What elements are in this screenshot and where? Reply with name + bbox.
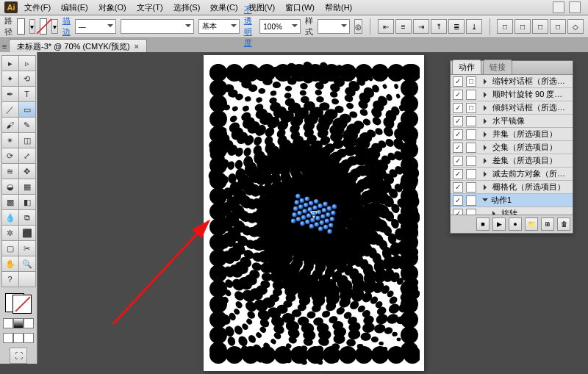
action-toggle-enabled[interactable] (453, 195, 463, 206)
tool-free-transform[interactable]: ✥ (19, 164, 36, 179)
menu-effect[interactable]: 效果(C) (207, 1, 241, 15)
action-row[interactable]: 动作1 (451, 194, 573, 207)
action-toggle-enabled[interactable] (453, 182, 463, 193)
tool-shape-builder[interactable]: ◒ (1, 179, 19, 195)
disclosure-right-icon[interactable] (484, 145, 490, 151)
stroke-dropdown[interactable]: ▾ (51, 19, 57, 34)
tool-line[interactable]: ／ (1, 102, 19, 118)
action-row[interactable]: 减去前方对象（所选… (451, 168, 573, 181)
recolor-art-icon[interactable]: ◎ (354, 19, 362, 34)
fill-dropdown[interactable]: ▾ (29, 19, 35, 34)
screen-mode-button[interactable]: ⛶ (10, 348, 27, 364)
opacity-select[interactable]: 100% (259, 19, 301, 34)
tool-scale[interactable]: ⤢ (19, 148, 36, 164)
menu-window[interactable]: 窗口(W) (282, 1, 318, 15)
action-toggle-dialog[interactable] (466, 169, 476, 179)
action-toggle-enabled[interactable] (453, 129, 463, 140)
tool-rotate[interactable]: ⟳ (1, 148, 19, 164)
tab-actions[interactable]: 动作 (452, 60, 481, 74)
tool-slice[interactable]: ✂ (19, 241, 36, 256)
tool-perspective[interactable]: ▦ (19, 179, 36, 195)
action-row[interactable]: 差集（所选项目） (451, 154, 573, 168)
transform-h-icon[interactable]: □ (550, 19, 566, 34)
align-vcenter-icon[interactable]: ≣ (448, 19, 465, 34)
action-toggle-dialog[interactable]: □ (466, 76, 476, 87)
menu-object[interactable]: 对象(O) (95, 1, 130, 15)
action-toggle-dialog[interactable]: □ (466, 103, 476, 113)
tab-links[interactable]: 链接 (483, 60, 512, 74)
color-mode-none-icon[interactable] (24, 318, 34, 328)
layout-dropdown-icon[interactable] (569, 1, 581, 13)
tool-column-graph[interactable]: ⬛ (19, 226, 36, 241)
menu-file[interactable]: 文件(F) (21, 1, 54, 15)
tool-selection[interactable]: ▸ (1, 55, 19, 71)
action-toggle-enabled[interactable] (453, 156, 463, 166)
tool-direct-selection[interactable]: ▹ (19, 55, 36, 71)
disclosure-right-icon[interactable] (484, 118, 490, 124)
color-mode-solid-icon[interactable] (3, 318, 13, 328)
disclosure-right-icon[interactable] (484, 92, 490, 98)
document-tab[interactable]: 未标题-3* @ 70% (CMYK/预览) × (9, 39, 147, 53)
tool-mesh[interactable]: ▩ (1, 195, 19, 210)
disclosure-right-icon[interactable] (484, 132, 490, 137)
new-action-icon[interactable]: 🗎 (541, 217, 554, 231)
fill-stroke-control[interactable] (4, 292, 33, 315)
tool-pen[interactable]: ✒ (1, 87, 19, 102)
action-toggle-dialog[interactable] (466, 129, 476, 140)
artboard[interactable] (204, 55, 424, 371)
stroke-link[interactable]: 描边 (62, 15, 71, 37)
align-top-icon[interactable]: ⤒ (431, 19, 447, 34)
action-toggle-dialog[interactable] (466, 116, 476, 126)
action-row[interactable]: 栅格化（所选项目） (451, 181, 573, 194)
tool-eyedropper[interactable]: 💧 (1, 210, 19, 226)
tab-prev-icon[interactable]: ≡ (0, 40, 9, 53)
align-left-icon[interactable]: ⇤ (378, 19, 394, 34)
align-right-icon[interactable]: ⇥ (413, 19, 429, 34)
tool-lasso[interactable]: ⟲ (19, 71, 36, 87)
tool-width[interactable]: ≋ (1, 164, 19, 179)
action-toggle-dialog[interactable] (466, 90, 476, 100)
tool-eraser[interactable]: ◫ (19, 133, 36, 148)
menu-select[interactable]: 选择(S) (170, 1, 204, 15)
disclosure-right-icon[interactable] (484, 105, 490, 111)
action-toggle-enabled[interactable] (453, 116, 463, 126)
tool-symbol-sprayer[interactable]: ✲ (1, 226, 19, 241)
action-toggle-dialog[interactable] (466, 209, 476, 215)
isolate-icon[interactable]: ◇ (567, 19, 584, 34)
disclosure-right-icon[interactable] (484, 184, 490, 190)
play-action-icon[interactable]: ▶ (492, 217, 506, 231)
close-tab-icon[interactable]: × (135, 42, 139, 51)
brush-def-select[interactable] (121, 19, 194, 34)
action-toggle-dialog[interactable] (466, 182, 476, 193)
menu-help[interactable]: 帮助(H) (321, 1, 356, 15)
stop-action-icon[interactable]: ■ (476, 217, 490, 231)
action-row[interactable]: 顺时针旋转 90 度… (451, 88, 573, 101)
align-hcenter-icon[interactable]: ≡ (395, 19, 412, 34)
stroke-box[interactable] (12, 295, 32, 314)
disclosure-right-icon[interactable] (484, 171, 490, 177)
tool-blob-brush[interactable]: ✴ (1, 133, 19, 148)
menu-edit[interactable]: 编辑(E) (57, 1, 92, 15)
tool-hand[interactable]: ✋ (1, 256, 19, 272)
action-row[interactable]: □倾斜对话框（所选项… (451, 101, 573, 115)
action-row[interactable]: 水平镜像 (451, 115, 573, 128)
action-row[interactable]: 并集（所选项目） (451, 128, 573, 141)
tool-magic-wand[interactable]: ✦ (1, 71, 19, 87)
color-mode-gradient-icon[interactable] (13, 318, 24, 328)
transform-y-icon[interactable]: □ (514, 19, 531, 34)
draw-normal-icon[interactable] (3, 333, 13, 343)
tool-pencil[interactable]: ✎ (19, 118, 36, 133)
layout-essentials-icon[interactable] (553, 1, 564, 13)
tool-rectangle[interactable]: ▭ (19, 102, 36, 118)
action-toggle-dialog[interactable] (466, 143, 476, 153)
opacity-link[interactable]: 不透明度 (244, 4, 256, 48)
record-action-icon[interactable]: ● (509, 217, 522, 231)
action-toggle-enabled[interactable] (453, 143, 463, 153)
action-toggle-dialog[interactable] (466, 195, 476, 206)
color-mode-picker[interactable] (3, 318, 34, 328)
tool-paintbrush[interactable]: 🖌 (1, 118, 19, 133)
delete-action-icon[interactable]: 🗑 (557, 217, 570, 231)
menu-type[interactable]: 文字(T) (133, 1, 167, 15)
actions-list[interactable]: □缩转对话框（所选项…顺时针旋转 90 度…□倾斜对话框（所选项…水平镜像并集（… (451, 75, 573, 215)
align-bottom-icon[interactable]: ⤓ (466, 19, 482, 34)
